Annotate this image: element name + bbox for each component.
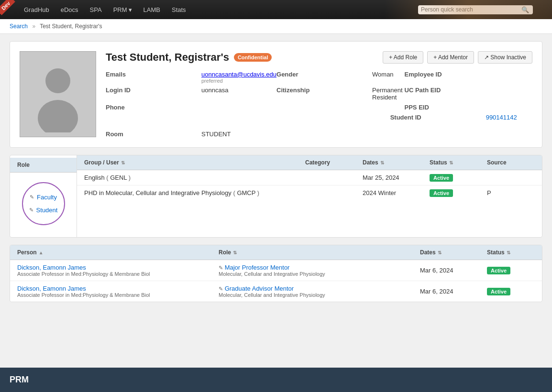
empty-1 <box>106 114 201 121</box>
empty-3 <box>248 114 343 121</box>
mentor-dates-col: Dates ⇅ <box>420 249 487 256</box>
profile-info: Test Student, Registrar's Confidential +… <box>106 51 532 138</box>
mentor-role-col: Role ⇅ <box>219 249 420 256</box>
mentor-row-2-dates: Mar 6, 2024 <box>420 288 487 295</box>
status-badge-2: Active <box>430 189 453 197</box>
profile-details: Emails uonncasanta@ucdavis.edu preferred… <box>106 71 532 111</box>
nav-gradhub[interactable]: GradHub <box>19 4 54 15</box>
role-row-1-status: Active <box>430 174 487 181</box>
breadcrumb-search-link[interactable]: Search <box>10 23 28 30</box>
nav-stats[interactable]: Stats <box>167 4 191 15</box>
phone-label: Phone <box>106 104 201 111</box>
nav-edocs[interactable]: eDocs <box>56 4 83 15</box>
breadcrumb-current: Test Student, Registrar's <box>40 23 102 30</box>
dev-badge: Dev <box>0 0 15 15</box>
sort-icon-mentor-role[interactable]: ⇅ <box>233 250 237 255</box>
student-link[interactable]: Student <box>36 207 58 214</box>
emails-label: Emails <box>106 71 201 84</box>
mentor-row-2-person: Dickson, Eamonn James Associate Professo… <box>17 285 219 298</box>
role-item-faculty[interactable]: ✎ Faculty <box>22 191 64 204</box>
room-label: Room <box>106 131 201 138</box>
sort-icon-mentor-status[interactable]: ⇅ <box>507 250 510 255</box>
room-value: STUDENT <box>201 131 532 138</box>
role-row-2-group: PHD in Molecular, Cellular and Integrati… <box>84 189 305 196</box>
avatar-silhouette <box>29 56 87 132</box>
footer-label: PRM <box>10 375 29 384</box>
role-section-layout: Role ✎ Faculty ✎ Student <box>10 155 542 237</box>
nav-lamb[interactable]: LAMB <box>139 4 165 15</box>
chevron-down-icon: ▾ <box>129 6 132 13</box>
role-row-1: English ( GENL ) Mar 25, 2024 Active <box>77 170 542 185</box>
pps-value <box>500 104 532 111</box>
mentor-status-col: Status ⇅ <box>487 249 535 256</box>
gender-value: Woman <box>372 71 404 84</box>
empty-4 <box>343 114 390 121</box>
sort-icon-status[interactable]: ⇅ <box>449 160 453 165</box>
add-role-button[interactable]: + Add Role <box>383 51 423 64</box>
footer: PRM <box>0 368 552 392</box>
main-content: Test Student, Registrar's Confidential +… <box>0 34 552 316</box>
profile-actions: + Add Role + Add Mentor ↗ Show Inactive <box>383 51 532 64</box>
mentor-row-1: Dickson, Eamonn James Associate Professo… <box>10 260 542 281</box>
mentor-row-2: Dickson, Eamonn James Associate Professo… <box>10 281 542 302</box>
dates-col: Dates ⇅ <box>363 159 430 166</box>
mentor-person-col: Person ▲ <box>17 249 219 256</box>
uc-path-value <box>500 87 532 101</box>
empty-value-1 <box>372 104 404 111</box>
email-sub: preferred <box>201 78 276 84</box>
group-user-col: Group / User ⇅ <box>84 159 305 166</box>
sort-icon-mentor-dates[interactable]: ⇅ <box>438 250 442 255</box>
gender-label: Gender <box>276 71 372 84</box>
show-inactive-button[interactable]: ↗ Show Inactive <box>478 51 532 64</box>
edit-icon-student: ✎ <box>29 207 33 213</box>
edit-icon-faculty: ✎ <box>30 194 34 200</box>
quick-search-input[interactable] <box>421 6 521 13</box>
sort-icon-person[interactable]: ▲ <box>39 250 44 255</box>
role-dropdown-circle: ✎ Faculty ✎ Student <box>22 182 65 225</box>
quick-search-box[interactable]: 🔍 <box>418 5 533 14</box>
employee-id-label: Employee ID <box>405 71 500 84</box>
confidential-badge: Confidential <box>234 53 272 62</box>
mentor-2-role-link[interactable]: Graduate Advisor Mentor <box>225 285 294 292</box>
role-row-2-source: P <box>487 189 535 196</box>
nav-spa[interactable]: SPA <box>85 4 107 15</box>
mentor-row-2-role: ✎ Graduate Advisor Mentor Molecular, Cel… <box>219 285 420 298</box>
pps-label: PPS EID <box>405 104 500 111</box>
uc-path-label: UC Path EID <box>405 87 500 101</box>
status-badge-mentor-2: Active <box>487 288 510 295</box>
add-mentor-button[interactable]: + Add Mentor <box>427 51 474 64</box>
role-row-2: PHD in Molecular, Cellular and Integrati… <box>77 185 542 200</box>
role-row-1-group: English ( GENL ) <box>84 174 305 181</box>
mentor-2-person-link[interactable]: Dickson, Eamonn James <box>17 285 86 292</box>
citizenship-value: Permanent Resident <box>372 87 404 101</box>
mentor-1-role-link[interactable]: Major Professor Mentor <box>225 264 290 271</box>
nav-links: GradHub eDocs SPA PRM ▾ LAMB Stats <box>19 4 191 15</box>
phone-value <box>201 104 276 111</box>
roles-inner-header: Group / User ⇅ Category Dates ⇅ Status ⇅ <box>77 155 542 170</box>
status-col: Status ⇅ <box>430 159 487 166</box>
role-sidebar: Role ✎ Faculty ✎ Student <box>10 155 77 237</box>
breadcrumb: Search » Test Student, Registrar's <box>0 19 552 34</box>
sort-icon-group[interactable]: ⇅ <box>121 160 125 165</box>
citizenship-label: Citizenship <box>276 87 372 101</box>
top-navbar: Dev GradHub eDocs SPA PRM ▾ LAMB Stats 🔍 <box>0 0 552 19</box>
profile-name-row: Test Student, Registrar's Confidential +… <box>106 51 532 64</box>
category-col: Category <box>305 159 363 166</box>
email-link[interactable]: uonncasanta@ucdavis.edu <box>201 71 276 78</box>
mentors-table-header: Person ▲ Role ⇅ Dates ⇅ Status ⇅ <box>10 245 542 260</box>
faculty-link[interactable]: Faculty <box>37 194 57 201</box>
nav-prm-dropdown[interactable]: PRM ▾ <box>109 4 137 15</box>
role-row-2-status: Active <box>430 189 487 196</box>
sort-icon-dates[interactable]: ⇅ <box>380 160 384 165</box>
student-id-value: 990141142 <box>486 114 532 121</box>
employee-id-value <box>500 71 532 84</box>
login-id-label: Login ID <box>106 87 201 101</box>
login-id-value: uonncasa <box>201 87 276 101</box>
empty-2 <box>201 114 248 121</box>
mentor-1-person-link[interactable]: Dickson, Eamonn James <box>17 264 86 271</box>
student-id-link[interactable]: 990141142 <box>486 114 517 121</box>
search-icon: 🔍 <box>521 6 529 13</box>
roles-section: Role ✎ Faculty ✎ Student <box>10 155 542 238</box>
role-item-student[interactable]: ✎ Student <box>22 204 65 217</box>
page-title: Test Student, Registrar's <box>106 51 229 64</box>
